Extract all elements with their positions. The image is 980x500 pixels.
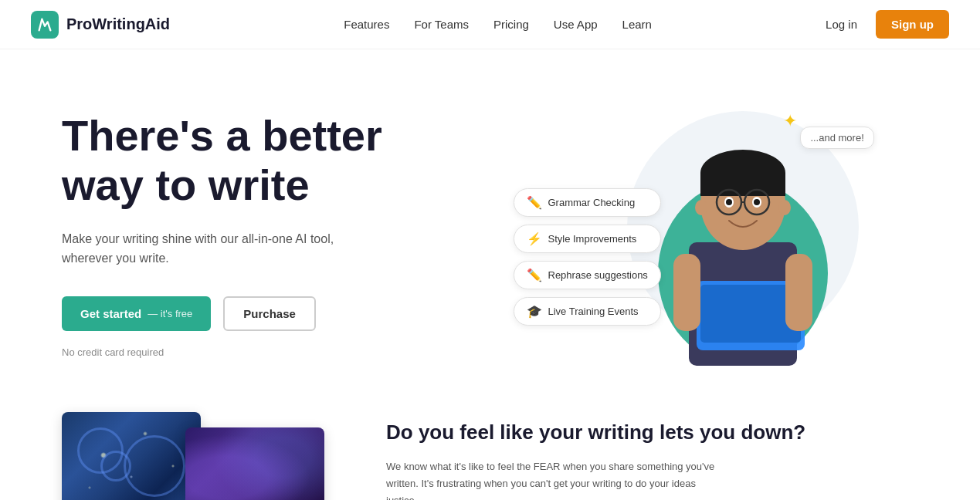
nav-for-teams[interactable]: For Teams (414, 18, 469, 31)
pill-rephrase-label: Rephrase suggestions (548, 269, 648, 281)
nav-links: Features For Teams Pricing Use App Learn (344, 18, 652, 32)
logo-link[interactable]: ProWritingAid (31, 11, 170, 39)
signup-button[interactable]: Sign up (876, 10, 949, 39)
hero-title: There's a better way to write (62, 111, 490, 211)
pill-training: 🎓 Live Training Events (514, 297, 661, 326)
hero-buttons: Get started — it's free Purchase (62, 296, 490, 331)
pill-rephrase: ✏️ Rephrase suggestions (514, 261, 661, 289)
feature-pills: ✏️ Grammar Checking ⚡ Style Improvements… (514, 188, 661, 326)
pill-style: ⚡ Style Improvements (514, 225, 661, 253)
purple-art-bg (185, 427, 324, 500)
swirl-3 (124, 435, 185, 497)
feel-down-title: Do you feel like your writing lets you d… (386, 420, 918, 446)
svg-rect-14 (673, 254, 700, 331)
svg-point-11 (754, 199, 760, 205)
get-started-button[interactable]: Get started — it's free (62, 296, 211, 331)
art-collage: My idea in my head (62, 412, 324, 500)
nav-right: Log in Sign up (826, 10, 949, 39)
navigation: ProWritingAid Features For Teams Pricing… (0, 0, 980, 49)
training-icon: 🎓 (527, 304, 542, 319)
hero-left: There's a better way to write Make your … (62, 96, 490, 358)
get-started-label: Get started (80, 307, 141, 320)
logo-text: ProWritingAid (66, 15, 170, 33)
feel-down-section: Do you feel like your writing lets you d… (386, 412, 918, 500)
pill-grammar-label: Grammar Checking (548, 197, 636, 208)
art-card-starry-night (62, 412, 201, 500)
svg-point-17 (778, 200, 791, 215)
svg-point-9 (726, 199, 732, 205)
hero-section: There's a better way to write Make your … (0, 49, 980, 397)
svg-rect-4 (700, 173, 785, 196)
no-credit-text: No credit card required (62, 346, 490, 358)
starry-night-bg (62, 412, 201, 500)
person-illustration: ...and more! ✦ (627, 103, 859, 366)
svg-rect-15 (785, 254, 812, 331)
nav-features[interactable]: Features (344, 18, 389, 31)
pill-training-label: Live Training Events (548, 306, 639, 317)
pill-grammar: ✏️ Grammar Checking (514, 188, 661, 217)
svg-point-16 (695, 200, 707, 215)
nav-use-app[interactable]: Use App (554, 18, 598, 31)
rephrase-icon: ✏️ (527, 268, 542, 282)
pill-style-label: Style Improvements (548, 233, 637, 245)
feel-down-text: We know what it's like to feel the FEAR … (386, 458, 726, 500)
style-icon: ⚡ (527, 231, 542, 246)
hero-subtitle: Make your writing shine with our all-in-… (62, 229, 340, 269)
art-card-purple (185, 427, 324, 500)
grammar-icon: ✏️ (527, 195, 542, 210)
purchase-button[interactable]: Purchase (223, 296, 316, 331)
hero-right: ✏️ Grammar Checking ⚡ Style Improvements… (490, 96, 919, 366)
login-link[interactable]: Log in (826, 18, 857, 31)
logo-icon (31, 11, 59, 39)
bottom-section: My idea in my head Do you feel like your… (0, 397, 980, 500)
nav-learn[interactable]: Learn (622, 18, 652, 31)
sparkle-icon: ✦ (783, 111, 797, 131)
free-tag: — it's free (148, 308, 192, 319)
nav-pricing[interactable]: Pricing (493, 18, 529, 31)
more-bubble: ...and more! (800, 127, 873, 149)
